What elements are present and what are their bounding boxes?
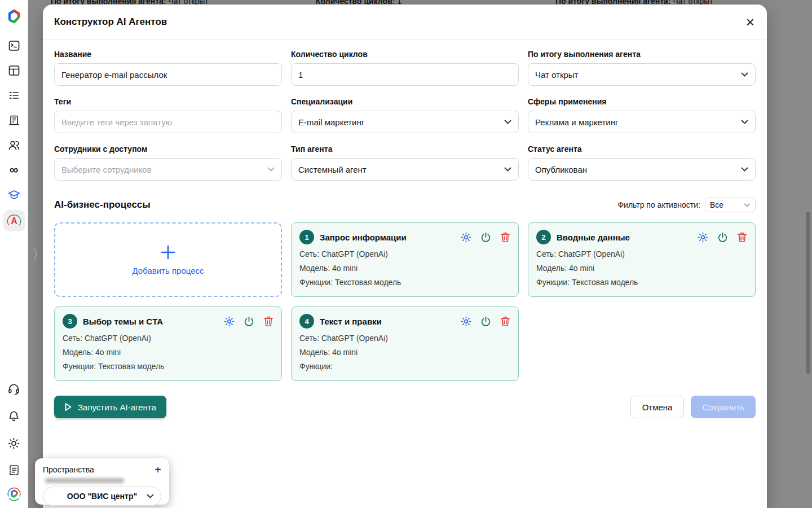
activity-filter-label: Фильтр по активности: [617, 200, 700, 209]
settings-gear-icon[interactable] [698, 232, 708, 243]
process-model: Модель: 4o mini [536, 264, 747, 273]
chevron-down-icon [504, 120, 511, 124]
process-card-4: 4 Текст и правки Сеть: ChatGPT (OpenAi) … [291, 306, 519, 381]
process-title: Запрос информации [320, 233, 456, 242]
power-toggle-icon[interactable] [480, 316, 491, 327]
process-title: Текст и правки [320, 317, 456, 326]
settings-gear-icon[interactable] [224, 316, 235, 327]
process-model: Модель: 4o mini [299, 264, 510, 273]
cycles-input[interactable] [291, 63, 519, 86]
process-title: Вводные данные [557, 233, 693, 242]
field-agent-result: По итогу выполнения агента Чат открыт [528, 50, 756, 86]
process-model: Модель: 4o mini [63, 348, 273, 357]
spaces-title: Пространства [43, 465, 94, 474]
app-logo-icon[interactable] [3, 6, 25, 27]
plus-icon [160, 244, 176, 260]
field-label: По итогу выполнения агента [528, 50, 756, 59]
process-card-1: 1 Запрос информации Сеть: ChatGPT (OpenA… [291, 222, 519, 297]
process-title: Выбор темы и CTA [83, 317, 219, 326]
power-toggle-icon[interactable] [480, 232, 491, 243]
headset-support-icon[interactable] [3, 378, 25, 400]
delete-trash-icon[interactable] [737, 232, 747, 243]
page-scrollbar-thumb[interactable] [806, 212, 810, 374]
field-employees: Сотрудники с доступом Выберите сотрудник… [54, 144, 282, 181]
infinity-icon[interactable]: ∞ [3, 159, 25, 181]
chevron-down-icon [741, 167, 748, 172]
process-card-2: 2 Вводные данные Сеть: ChatGPT (OpenAi) … [528, 222, 756, 297]
agent-type-select[interactable]: Системный агент [291, 158, 519, 181]
power-toggle-icon[interactable] [244, 316, 254, 327]
delete-trash-icon[interactable] [500, 232, 510, 243]
field-agent-type: Тип агента Системный агент [291, 144, 519, 181]
processes-section-title: AI-бизнес-процессы [54, 199, 151, 211]
sidebar: ∞ A [0, 0, 28, 508]
chevron-down-icon [741, 120, 748, 124]
theme-sun-icon[interactable] [3, 432, 25, 454]
process-number-badge: 3 [63, 314, 77, 329]
add-process-button[interactable]: Добавить процесс [54, 222, 282, 297]
field-specializations: Специализации E-mail маркетинг [291, 97, 519, 133]
notes-document-icon[interactable] [3, 459, 25, 481]
power-toggle-icon[interactable] [717, 232, 728, 243]
cancel-button[interactable]: Отмена [630, 396, 685, 418]
chevron-down-icon [267, 167, 275, 172]
settings-gear-icon[interactable] [461, 316, 471, 327]
field-label: Количество циклов [291, 50, 519, 59]
task-list-icon[interactable] [3, 85, 25, 106]
blurred-user-email [45, 478, 124, 483]
chevron-down-icon [147, 494, 154, 498]
specializations-select[interactable]: E-mail маркетинг [291, 111, 519, 133]
save-button[interactable]: Сохранить [691, 396, 756, 418]
process-card-3: 3 Выбор темы и CTA Сеть: ChatGPT (OpenAi… [54, 306, 282, 381]
ai-agents-icon[interactable]: A [3, 210, 25, 231]
modal-header: Конструктор AI Агентов × [43, 5, 767, 40]
process-functions: Функции: [299, 362, 510, 371]
office-building-icon[interactable] [3, 110, 25, 131]
field-label: Сферы применения [528, 97, 756, 106]
field-label: Название [54, 50, 282, 59]
sidebar-expand-handle[interactable] [32, 247, 40, 261]
notifications-bell-icon[interactable] [3, 405, 25, 427]
employees-select[interactable]: Выберите сотрудников [54, 158, 282, 181]
process-cards-grid: Добавить процесс 1 Запрос информации Сет… [54, 222, 756, 381]
process-model: Модель: 4o mini [299, 348, 510, 357]
field-cycles: Количество циклов [291, 50, 519, 86]
field-tags: Теги [54, 97, 282, 133]
modal-title: Конструктор AI Агентов [54, 16, 167, 28]
process-net: Сеть: ChatGPT (OpenAi) [536, 249, 747, 259]
table-layout-icon[interactable] [3, 60, 25, 81]
agent-form: Название Количество циклов По итогу выпо… [54, 50, 756, 181]
graduation-cap-icon[interactable] [3, 184, 25, 205]
ai-agent-constructor-modal: Конструктор AI Агентов × Название Количе… [43, 5, 767, 508]
chevron-down-icon [744, 203, 751, 207]
field-name: Название [54, 50, 282, 86]
tags-input[interactable] [54, 111, 282, 133]
agent-result-select[interactable]: Чат открыт [528, 63, 756, 86]
agent-status-select[interactable]: Опубликован [528, 158, 756, 181]
add-space-button[interactable]: + [155, 464, 161, 475]
field-label: Теги [54, 97, 282, 106]
play-icon [64, 402, 72, 411]
spaces-panel: Пространства + ООО "ВИС центр" [35, 458, 169, 505]
field-application-areas: Сферы применения Реклама и маркетинг [528, 97, 756, 133]
activity-filter: Фильтр по активности: Все [617, 198, 756, 212]
delete-trash-icon[interactable] [263, 316, 273, 327]
chevron-down-icon [504, 167, 511, 172]
people-icon[interactable] [3, 134, 25, 156]
activity-filter-select[interactable]: Все [705, 198, 756, 212]
name-input[interactable] [54, 63, 282, 86]
field-label: Специализации [291, 97, 519, 106]
svg-text:A: A [11, 216, 17, 226]
close-icon[interactable]: × [746, 15, 754, 29]
process-net: Сеть: ChatGPT (OpenAi) [299, 249, 510, 259]
application-areas-select[interactable]: Реклама и маркетинг [528, 111, 756, 133]
field-agent-status: Статус агента Опубликован [528, 144, 756, 181]
delete-trash-icon[interactable] [500, 316, 510, 327]
settings-gear-icon[interactable] [461, 232, 471, 243]
process-number-badge: 4 [299, 314, 314, 329]
terminal-icon[interactable] [3, 35, 25, 56]
run-agent-button[interactable]: Запустить AI-агента [54, 396, 166, 418]
organization-select[interactable]: ООО "ВИС центр" [43, 487, 161, 506]
process-number-badge: 1 [299, 230, 314, 244]
footer-logo-icon [3, 483, 25, 505]
